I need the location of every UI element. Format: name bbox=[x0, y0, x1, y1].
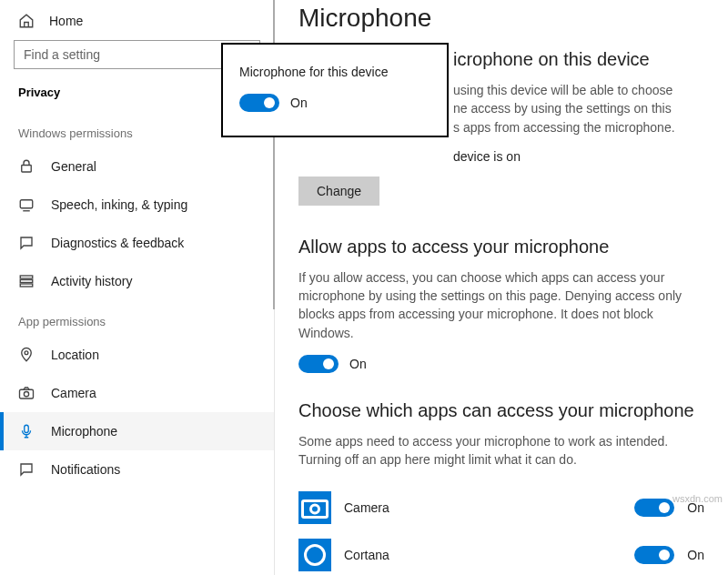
sidebar-item-label: General bbox=[51, 159, 96, 174]
sidebar-item-camera[interactable]: Camera bbox=[0, 374, 274, 412]
status-line: device is on bbox=[298, 149, 704, 164]
section-heading: Choose which apps can access your microp… bbox=[298, 400, 704, 421]
toggle-device-microphone[interactable] bbox=[239, 94, 279, 112]
toggle-app-cortana[interactable] bbox=[634, 546, 674, 564]
app-list: Camera On Cortana On bbox=[298, 484, 704, 575]
sidebar-item-microphone[interactable]: Microphone bbox=[0, 412, 274, 450]
speech-icon bbox=[18, 197, 35, 213]
camera-app-icon bbox=[298, 491, 331, 524]
sidebar-item-label: Microphone bbox=[51, 424, 117, 439]
svg-point-5 bbox=[25, 351, 28, 355]
sidebar-item-activity[interactable]: Activity history bbox=[0, 262, 274, 300]
svg-rect-6 bbox=[20, 389, 34, 398]
section-heading: Allow apps to access your microphone bbox=[298, 237, 704, 257]
section-desc: If you allow access, you can choose whic… bbox=[298, 268, 699, 342]
home-nav[interactable]: Home bbox=[0, 7, 274, 38]
sidebar-item-label: Location bbox=[51, 348, 99, 362]
svg-rect-3 bbox=[20, 280, 33, 283]
app-name: Cortana bbox=[344, 548, 622, 562]
change-button[interactable]: Change bbox=[298, 177, 379, 206]
svg-rect-4 bbox=[20, 284, 33, 287]
notifications-icon bbox=[18, 461, 35, 478]
sidebar-item-label: Diagnostics & feedback bbox=[51, 236, 184, 250]
sidebar-item-label: Camera bbox=[51, 386, 96, 400]
home-label: Home bbox=[49, 14, 83, 28]
toggle-label: On bbox=[687, 548, 704, 562]
sidebar-item-general[interactable]: General bbox=[0, 147, 274, 186]
svg-point-10 bbox=[311, 505, 319, 513]
lock-icon bbox=[18, 158, 35, 175]
svg-rect-9 bbox=[303, 500, 328, 517]
svg-rect-1 bbox=[20, 200, 33, 208]
svg-point-7 bbox=[24, 392, 28, 397]
app-name: Camera bbox=[344, 500, 622, 515]
microphone-icon bbox=[18, 423, 35, 439]
sidebar-item-label: Notifications bbox=[51, 462, 120, 477]
section-choose-apps: Choose which apps can access your microp… bbox=[298, 400, 704, 575]
toggle-label: On bbox=[290, 96, 308, 110]
app-row-cortana: Cortana On bbox=[298, 531, 704, 575]
home-icon bbox=[18, 13, 35, 29]
sidebar-item-diagnostics[interactable]: Diagnostics & feedback bbox=[0, 224, 274, 262]
toggle-row-app-access: On bbox=[298, 355, 704, 373]
svg-point-11 bbox=[306, 545, 325, 564]
svg-rect-8 bbox=[25, 425, 29, 432]
microphone-device-popup: Microphone for this device On bbox=[221, 43, 449, 137]
popup-toggle-row: On bbox=[239, 94, 430, 112]
section-desc: Some apps need to access your microphone… bbox=[298, 432, 699, 469]
sidebar-item-notifications[interactable]: Notifications bbox=[0, 450, 274, 489]
watermark: wsxdn.com bbox=[672, 493, 723, 504]
cortana-app-icon bbox=[298, 539, 331, 571]
toggle-app-access[interactable] bbox=[298, 355, 339, 373]
svg-rect-2 bbox=[20, 276, 33, 278]
sidebar-item-label: Speech, inking, & typing bbox=[51, 197, 187, 212]
popup-title: Microphone for this device bbox=[239, 65, 430, 79]
feedback-icon bbox=[18, 235, 35, 251]
sidebar-item-speech[interactable]: Speech, inking, & typing bbox=[0, 186, 274, 224]
section-app-access: Allow apps to access your microphone If … bbox=[298, 237, 704, 373]
svg-rect-0 bbox=[22, 166, 32, 173]
sidebar-item-location[interactable]: Location bbox=[0, 336, 274, 374]
activity-icon bbox=[18, 273, 35, 289]
location-icon bbox=[18, 347, 35, 363]
page-title: Microphone bbox=[298, 0, 704, 49]
toggle-app-camera[interactable] bbox=[634, 499, 674, 517]
app-row-camera: Camera On bbox=[298, 484, 704, 531]
toggle-label: On bbox=[349, 357, 367, 371]
section-header-app: App permissions bbox=[0, 300, 274, 336]
sidebar-item-label: Activity history bbox=[51, 274, 132, 288]
camera-icon bbox=[18, 385, 35, 401]
